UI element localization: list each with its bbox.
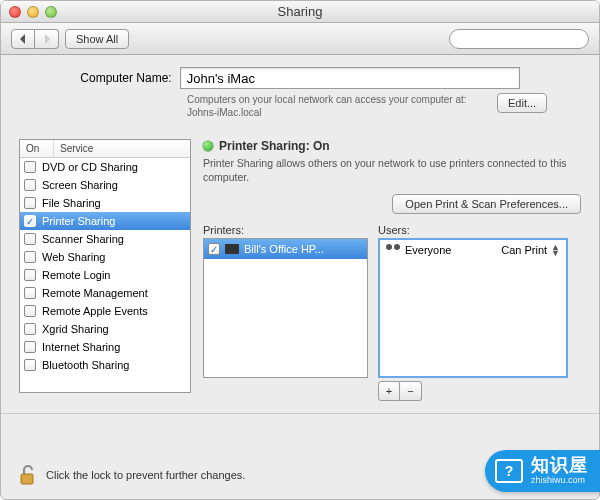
back-button[interactable]: [11, 29, 35, 49]
service-row[interactable]: Remote Management: [20, 284, 190, 302]
service-row[interactable]: Screen Sharing: [20, 176, 190, 194]
service-label: Remote Login: [42, 269, 111, 281]
service-checkbox[interactable]: [24, 161, 36, 173]
service-checkbox[interactable]: [24, 269, 36, 281]
close-icon[interactable]: [9, 6, 21, 18]
printers-list[interactable]: ✓Bill's Office HP...: [203, 238, 368, 378]
service-label: Screen Sharing: [42, 179, 118, 191]
service-label: Web Sharing: [42, 251, 105, 263]
open-preferences-button[interactable]: Open Print & Scan Preferences...: [392, 194, 581, 214]
service-row[interactable]: Remote Login: [20, 266, 190, 284]
service-description: Printer Sharing allows others on your ne…: [203, 157, 581, 184]
lock-text: Click the lock to prevent further change…: [46, 469, 245, 481]
traffic-lights: [9, 6, 57, 18]
computer-name-label: Computer Name:: [80, 71, 171, 85]
service-checkbox[interactable]: [24, 287, 36, 299]
window-title: Sharing: [278, 4, 323, 19]
watermark-icon: [495, 459, 523, 483]
service-row[interactable]: Web Sharing: [20, 248, 190, 266]
service-row[interactable]: DVD or CD Sharing: [20, 158, 190, 176]
user-row[interactable]: EveryoneCan Print▲▼: [380, 240, 566, 260]
search-field[interactable]: [449, 29, 589, 49]
search-input[interactable]: [460, 33, 598, 45]
service-row[interactable]: Scanner Sharing: [20, 230, 190, 248]
printer-checkbox[interactable]: ✓: [208, 243, 220, 255]
service-label: Scanner Sharing: [42, 233, 124, 245]
minimize-icon[interactable]: [27, 6, 39, 18]
watermark-title: 知识屋: [531, 456, 588, 476]
printers-label: Printers:: [203, 224, 368, 236]
svg-rect-2: [21, 474, 33, 484]
status-dot-icon: [203, 141, 213, 151]
col-service: Service: [54, 140, 190, 157]
edit-button[interactable]: Edit...: [497, 93, 547, 113]
watermark-url: zhishiwu.com: [531, 476, 588, 486]
service-checkbox[interactable]: ✓: [24, 215, 36, 227]
toolbar: Show All: [1, 23, 599, 55]
people-icon: [386, 244, 400, 256]
service-row[interactable]: File Sharing: [20, 194, 190, 212]
service-checkbox[interactable]: [24, 197, 36, 209]
lock-open-icon: [18, 464, 38, 486]
service-label: Remote Management: [42, 287, 148, 299]
user-name: Everyone: [405, 244, 451, 256]
service-row[interactable]: Xgrid Sharing: [20, 320, 190, 338]
service-checkbox[interactable]: [24, 251, 36, 263]
remove-user-button[interactable]: −: [400, 381, 422, 401]
service-row[interactable]: Remote Apple Events: [20, 302, 190, 320]
watermark: 知识屋 zhishiwu.com: [485, 450, 600, 492]
service-label: Remote Apple Events: [42, 305, 148, 317]
service-checkbox[interactable]: [24, 323, 36, 335]
users-label: Users:: [378, 224, 568, 236]
computer-name-input[interactable]: [180, 67, 520, 89]
col-on: On: [20, 140, 54, 157]
printer-icon: [225, 244, 239, 254]
service-checkbox[interactable]: [24, 305, 36, 317]
printer-label: Bill's Office HP...: [244, 243, 324, 255]
service-label: Bluetooth Sharing: [42, 359, 129, 371]
service-checkbox[interactable]: [24, 341, 36, 353]
show-all-button[interactable]: Show All: [65, 29, 129, 49]
service-label: Internet Sharing: [42, 341, 120, 353]
add-user-button[interactable]: +: [378, 381, 400, 401]
services-table: On Service DVD or CD SharingScreen Shari…: [19, 139, 191, 393]
stepper-icon[interactable]: ▲▼: [551, 244, 560, 256]
titlebar: Sharing: [1, 1, 599, 23]
detail-panel: Printer Sharing: On Printer Sharing allo…: [203, 139, 581, 401]
service-row[interactable]: ✓Printer Sharing: [20, 212, 190, 230]
sharing-window: Sharing Show All Computer Name: Computer…: [0, 0, 600, 500]
service-label: File Sharing: [42, 197, 101, 209]
zoom-icon[interactable]: [45, 6, 57, 18]
nav-segment: [11, 29, 59, 49]
service-label: Printer Sharing: [42, 215, 115, 227]
service-label: Xgrid Sharing: [42, 323, 109, 335]
printer-row[interactable]: ✓Bill's Office HP...: [204, 239, 367, 259]
service-checkbox[interactable]: [24, 233, 36, 245]
lock-bar[interactable]: Click the lock to prevent further change…: [18, 464, 245, 486]
users-list[interactable]: EveryoneCan Print▲▼: [378, 238, 568, 378]
service-checkbox[interactable]: [24, 179, 36, 191]
service-row[interactable]: Bluetooth Sharing: [20, 356, 190, 374]
forward-button[interactable]: [35, 29, 59, 49]
status-text: Printer Sharing: On: [219, 139, 330, 153]
service-checkbox[interactable]: [24, 359, 36, 371]
service-label: DVD or CD Sharing: [42, 161, 138, 173]
computer-name-hint: Computers on your local network can acce…: [187, 93, 487, 119]
service-row[interactable]: Internet Sharing: [20, 338, 190, 356]
user-permission[interactable]: Can Print: [501, 244, 547, 256]
